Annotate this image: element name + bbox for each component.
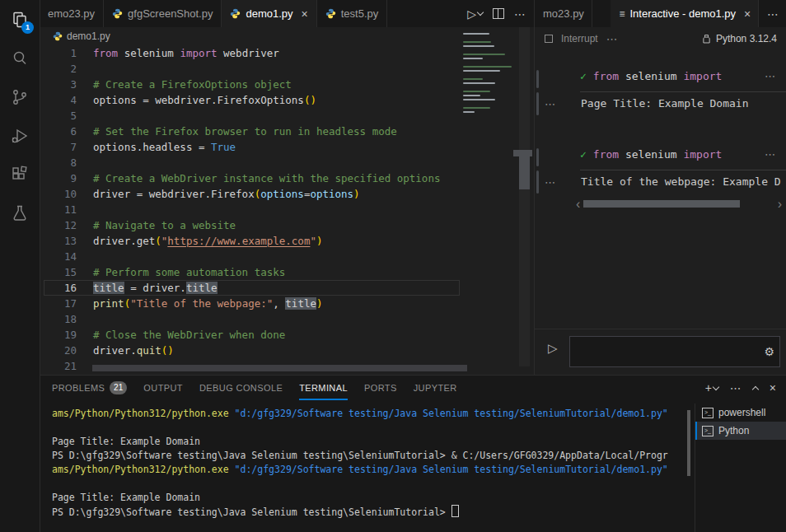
cell-menu-button[interactable]: ⋯ xyxy=(765,70,775,82)
more-actions-button[interactable]: ⋯ xyxy=(514,8,526,20)
code-lines[interactable]: 1from selenium import webdriver23# Creat… xyxy=(44,45,460,374)
scroll-right-icon[interactable]: › xyxy=(778,197,782,212)
panel-actions: + ⋯ × xyxy=(705,382,786,394)
breadcrumb[interactable]: demo1.py xyxy=(40,27,110,45)
terminal-scrollbar[interactable] xyxy=(687,410,690,476)
code-line[interactable]: 16title = driver.title xyxy=(44,280,460,296)
terminal-item-powershell[interactable]: >_ powershell xyxy=(695,404,786,422)
code-line[interactable]: 18 xyxy=(44,311,460,327)
chevron-down-icon[interactable] xyxy=(713,383,719,390)
chevron-down-icon[interactable] xyxy=(477,9,484,16)
run-and-debug-icon[interactable] xyxy=(0,116,40,155)
code-line[interactable]: 2 xyxy=(44,61,460,77)
editor-horizontal-scrollbar[interactable] xyxy=(92,365,467,371)
code-line[interactable]: 19# Close the WebDriver when done xyxy=(44,327,460,343)
output-collapse-button[interactable]: ⋯ xyxy=(545,98,555,110)
minimap-line xyxy=(463,54,505,55)
scroll-left-icon[interactable]: ‹ xyxy=(576,197,580,212)
explorer-badge: 1 xyxy=(21,21,34,34)
search-icon[interactable] xyxy=(0,39,40,77)
python-file-icon xyxy=(53,31,63,41)
cell-code[interactable]: ✓ from selenium import xyxy=(580,148,722,161)
code-line[interactable]: 9# Create a WebDriver instance with the … xyxy=(44,170,460,186)
run-python-file-button[interactable]: ▷ xyxy=(467,8,483,20)
cell-code[interactable]: ✓ from selenium import xyxy=(580,70,722,82)
tab-demo23-right[interactable]: mo23.py xyxy=(535,0,592,27)
extensions-icon[interactable] xyxy=(0,155,40,194)
cell-menu-button[interactable]: ⋯ xyxy=(765,148,775,161)
editor-group-left: emo23.py gfgScreenShot.py demo1.py × tes… xyxy=(40,0,534,375)
output-horizontal-scrollbar[interactable]: ‹ › xyxy=(576,198,782,209)
terminal-line: PS D:\gfg329\Software testing\Java Selen… xyxy=(52,505,679,519)
tab-test5[interactable]: test5.py xyxy=(317,0,388,27)
code-line[interactable]: 10driver = webdriver.Firefox(options=opt… xyxy=(44,186,460,202)
tab-gfgscreenshot[interactable]: gfgScreenShot.py xyxy=(104,0,222,27)
terminal-line: ams/Python/Python312/python.exe "d:/gfg3… xyxy=(52,407,679,421)
tab-label: test5.py xyxy=(341,7,379,20)
python-file-icon xyxy=(112,8,123,19)
code-line[interactable]: 17print("Title of the webpage:", title) xyxy=(44,296,460,311)
interactive-code-input[interactable] xyxy=(570,346,764,357)
minimap-line xyxy=(463,107,490,109)
tab-problems[interactable]: PROBLEMS 21 xyxy=(52,376,127,400)
editor-scrollbar-handle[interactable] xyxy=(513,150,532,156)
close-icon[interactable]: × xyxy=(302,7,308,21)
code-line[interactable]: 14 xyxy=(44,249,460,264)
code-line[interactable]: 12# Navigate to a website xyxy=(44,217,460,233)
close-panel-icon[interactable]: × xyxy=(770,382,776,394)
cell-gutter xyxy=(536,148,539,166)
tab-label: emo23.py xyxy=(48,7,95,20)
tab-demo23[interactable]: emo23.py xyxy=(40,0,104,27)
tab-jupyter[interactable]: JUPYTER xyxy=(414,376,457,400)
tab-debug-console[interactable]: DEBUG CONSOLE xyxy=(199,376,283,400)
minimap-line xyxy=(463,95,480,96)
interrupt-button[interactable]: Interrupt xyxy=(561,33,598,44)
code-line[interactable]: 5 xyxy=(44,108,460,124)
gear-icon[interactable]: ⚙ xyxy=(764,345,779,358)
code-line[interactable]: 3# Create a FirefoxOptions object xyxy=(44,77,460,92)
editor-scrollbar-slider[interactable] xyxy=(519,156,530,189)
run-cell-icon[interactable]: ▷ xyxy=(548,341,558,356)
cell-divider xyxy=(580,170,786,170)
tab-output[interactable]: OUTPUT xyxy=(143,376,183,400)
minimap-line xyxy=(463,66,512,68)
maximize-panel-icon[interactable] xyxy=(753,385,758,392)
tab-bar-left: emo23.py gfgScreenShot.py demo1.py × tes… xyxy=(40,0,534,28)
code-line[interactable]: 11 xyxy=(44,202,460,217)
terminal-output[interactable]: ams/Python/Python312/python.exe "d:/gfg3… xyxy=(52,407,679,532)
tab-label: demo1.py xyxy=(246,7,292,20)
editor-area: emo23.py gfgScreenShot.py demo1.py × tes… xyxy=(40,0,786,375)
source-control-icon[interactable] xyxy=(0,77,40,116)
code-line[interactable]: 7options.headless = True xyxy=(44,139,460,155)
tab-interactive[interactable]: ≡ Interactive - demo1.py × xyxy=(611,0,759,27)
kernel-picker[interactable]: Python 3.12.4 xyxy=(701,33,777,44)
tab-terminal[interactable]: TERMINAL xyxy=(299,376,348,400)
code-line[interactable]: 13driver.get("https://www.example.com") xyxy=(44,233,460,249)
close-icon[interactable]: × xyxy=(744,7,751,21)
code-line[interactable]: 1from selenium import webdriver xyxy=(44,45,460,61)
panel-more-button[interactable]: ⋯ xyxy=(730,382,742,394)
code-line[interactable]: 4options = webdriver.FirefoxOptions() xyxy=(44,92,460,108)
scrollbar-slider[interactable] xyxy=(583,200,740,208)
code-line[interactable]: 8 xyxy=(44,155,460,170)
more-actions-button[interactable]: ⋯ xyxy=(767,8,779,20)
terminal-item-python[interactable]: >_ Python xyxy=(695,422,786,440)
code-line[interactable]: 15# Perform some automation tasks xyxy=(44,264,460,280)
code-line[interactable]: 20driver.quit() xyxy=(44,343,460,358)
minimap[interactable] xyxy=(463,33,514,119)
terminal-line: Page Title: Example Domain xyxy=(52,435,679,449)
terminal-icon: >_ xyxy=(702,426,713,436)
explorer-icon[interactable]: 1 xyxy=(0,0,40,39)
toolbar-more-button[interactable]: ⋯ xyxy=(606,33,618,44)
interactive-input-box[interactable]: ⚙ xyxy=(569,336,780,367)
testing-icon[interactable] xyxy=(0,194,40,232)
interrupt-icon[interactable] xyxy=(545,35,553,43)
split-editor-button[interactable] xyxy=(493,8,504,19)
new-terminal-button[interactable]: + xyxy=(705,382,718,394)
editor-scrollbar-track xyxy=(519,27,530,366)
cell-output: Page Title: Example Domain xyxy=(581,97,785,110)
output-collapse-button[interactable]: ⋯ xyxy=(545,176,555,189)
tab-ports[interactable]: PORTS xyxy=(364,376,397,400)
tab-demo1[interactable]: demo1.py × xyxy=(222,0,316,27)
code-line[interactable]: 6# Set the Firefox browser to run in hea… xyxy=(44,124,460,139)
